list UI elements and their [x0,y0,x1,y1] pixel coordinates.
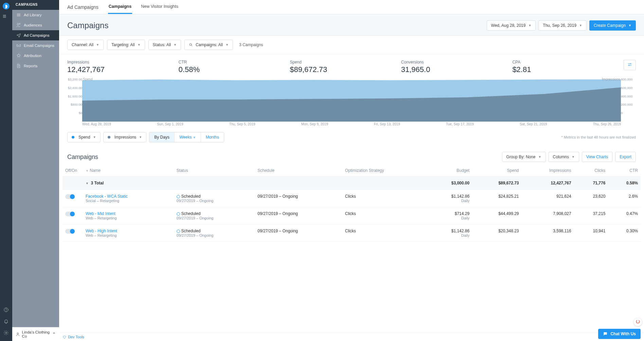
group-by-select[interactable]: Group By: None▼ [502,152,546,162]
nav-icon [16,64,21,68]
svg-point-3 [17,333,18,334]
impressions-value: 7,908,027 [521,207,574,225]
chat-widget[interactable]: Chat With Us [598,329,641,339]
metric-value: $2.81 [512,65,618,74]
caret-down-icon: ▼ [193,136,196,139]
table-row: Web - Mid IntentWeb – Retargeting Schedu… [62,207,641,225]
budget-value: $1,142.86 [430,229,470,233]
account-name: Linda's Clothing Co [22,330,52,338]
floating-badge[interactable] [634,318,642,326]
col-name[interactable]: ▼ Name [83,165,174,177]
gear-icon[interactable] [3,330,9,336]
granularity-by-days[interactable]: By Days [149,132,175,142]
view-charts-button[interactable]: View Charts [582,152,612,162]
metric-value: 31,965.0 [401,65,507,74]
filter-targeting[interactable]: Targeting: All▼ [107,40,145,50]
campaign-name-link[interactable]: Web - Mid Intent [86,211,171,216]
account-switcher[interactable]: Linda's Clothing Co ⌃ [12,327,59,341]
status-sub: 09/27/2019 – Ongoing [177,216,252,220]
chart-container: $3,200.00$2,400.00$1,600.00$800.00$0 Spe… [59,77,644,129]
sidebar-item-ad-library[interactable]: Ad Library [12,10,59,20]
spend-value: $20,348.23 [472,225,521,242]
budget-value: $714.29 [430,211,470,216]
nav-icon [16,33,21,38]
metric-conversions: Conversions31,965.0 [401,60,507,74]
y-axis-left: $3,200.00$2,400.00$1,600.00$800.00$0 [67,77,82,115]
sidebar-item-email-campaigns[interactable]: Email Campaigns [12,40,59,51]
granularity-months[interactable]: Months [201,132,224,142]
export-button[interactable]: Export [615,152,636,162]
col-toggle[interactable]: Off/On [62,165,83,177]
date-start-picker[interactable]: Wed, Aug 28, 2019▼ [487,20,536,31]
legend-impressions[interactable]: Impressions▼ [103,132,147,142]
filter-channel[interactable]: Channel: All▼ [67,40,104,50]
toggle-switch[interactable] [65,212,75,216]
col-strategy[interactable]: Optimization Strategy [342,165,427,177]
metrics-settings-button[interactable] [624,60,636,70]
budget-period: Daily [430,216,470,220]
bell-icon[interactable] [3,319,9,324]
columns-select[interactable]: Columns▼ [549,152,579,162]
table-row: Web - High IntentWeb – Retargeting Sched… [62,225,641,242]
sidebar-item-audiences[interactable]: Audiences [12,20,59,30]
sidebar-item-label: Reports [24,64,37,68]
caret-down-icon: ▼ [538,155,541,159]
main-content: Ad Campaigns CampaignsNew Visitor Insigh… [59,0,644,341]
bottom-bar: Dev Tools [59,333,644,341]
metric-value: $89,672.73 [290,65,396,74]
campaign-name-link[interactable]: Facebook - WCA Static [86,194,171,199]
table-row: Facebook - WCA StaticSocial – Retargetin… [62,190,641,207]
clicks-value: 23,620 [574,190,608,207]
campaigns-table: Off/On ▼ Name Status Schedule Optimizati… [62,165,641,242]
col-status[interactable]: Status [174,165,255,177]
col-budget[interactable]: Budget [427,165,472,177]
sidebar-item-label: Attribution [24,54,41,58]
sidebar-item-label: Email Campaigns [24,43,54,48]
status-indicator [177,212,180,216]
col-impressions[interactable]: Impressions [521,165,574,177]
status-indicator [177,230,180,233]
y-axis-left-label: Spend [83,77,93,81]
sidebar-item-ad-campaigns[interactable]: Ad Campaigns [12,30,59,40]
dev-tools-link[interactable]: Dev Tools [62,335,84,339]
filter-status[interactable]: Status: All▼ [148,40,181,50]
ctr-value: 2.6% [608,190,641,207]
svg-point-4 [190,43,192,46]
legend-spend[interactable]: Spend▼ [67,132,101,142]
sidebar-item-reports[interactable]: Reports [12,61,59,71]
create-campaign-button[interactable]: Create Campaign▼ [589,20,636,31]
granularity-toggle: By DaysWeeks ▼Months [149,132,224,142]
col-ctr[interactable]: CTR [608,165,641,177]
legend-dot [72,136,74,139]
tab-campaigns[interactable]: Campaigns [108,0,132,14]
metric-label: Conversions [401,60,507,65]
legend-dot [108,136,110,139]
svg-point-2 [5,332,7,334]
help-icon[interactable] [3,307,9,312]
toggle-switch[interactable] [65,229,75,234]
sidebar-item-label: Ad Campaigns [24,33,49,37]
metrics-row: Impressions12,427,767CTR0.58%Spend$89,67… [59,54,644,77]
chart-controls: Spend▼Impressions▼ By DaysWeeks ▼Months … [59,129,644,148]
col-clicks[interactable]: Clicks [574,165,608,177]
brand-logo[interactable]: ◗ [3,3,10,10]
budget-period: Daily [430,233,470,237]
metric-label: Impressions [67,60,173,65]
sidebar-item-attribution[interactable]: Attribution [12,51,59,61]
campaign-name-link[interactable]: Web - High Intent [86,229,171,233]
sidebar-item-label: Ad Library [24,13,41,17]
date-end-picker[interactable]: Thu, Sep 26, 2019▼ [538,20,587,31]
filter-campaigns[interactable]: Campaigns: All▼ [184,40,233,50]
col-schedule[interactable]: Schedule [255,165,342,177]
tab-new-visitor-insights[interactable]: New Visitor Insights [140,0,179,14]
svg-point-6 [628,65,629,66]
col-spend[interactable]: Spend [472,165,521,177]
toggle-switch[interactable] [65,194,75,199]
impressions-value: 3,598,116 [521,225,574,242]
filter-bar: Channel: All▼ Targeting: All▼ Status: Al… [59,36,644,54]
granularity-weeks[interactable]: Weeks ▼ [175,132,201,142]
schedule-text: 09/27/2019 – Ongoing [255,207,342,225]
caret-down-icon: ▼ [93,136,96,139]
caret-down-icon: ▼ [579,24,582,27]
hamburger-icon[interactable]: ≡ [3,13,10,20]
